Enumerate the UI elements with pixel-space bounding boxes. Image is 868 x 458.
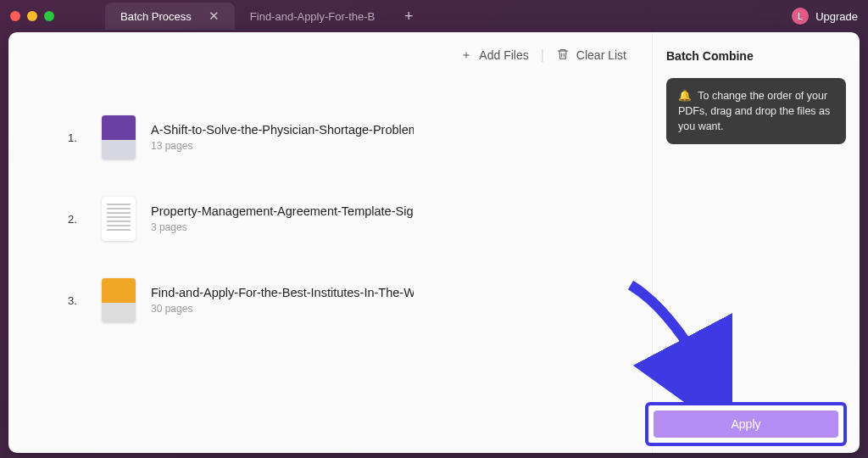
file-thumbnail <box>102 278 136 322</box>
file-name: A-Shift-to-Solve-the-Physician-Shortage-… <box>151 123 414 137</box>
add-files-label: Add Files <box>479 48 528 62</box>
clear-list-button[interactable]: Clear List <box>556 47 626 64</box>
plus-icon: ＋ <box>460 47 472 63</box>
file-meta: Property-Management-Agreement-Template-S… <box>151 204 626 233</box>
maximize-window-button[interactable] <box>44 11 54 21</box>
tab-label: Find-and-Apply-For-the-B <box>250 10 375 23</box>
file-row[interactable]: 1.A-Shift-to-Solve-the-Physician-Shortag… <box>68 115 626 159</box>
new-tab-button[interactable]: + <box>397 4 420 28</box>
annotation-arrow <box>622 276 732 407</box>
window-controls <box>10 11 54 21</box>
upgrade-button[interactable]: L Upgrade <box>792 8 858 25</box>
file-index: 3. <box>68 294 90 307</box>
file-row[interactable]: 3.Find-and-Apply-For-the-Best-Institutes… <box>68 278 626 322</box>
title-bar: Batch Process✕Find-and-Apply-For-the-B+ … <box>0 0 868 32</box>
file-list: 1.A-Shift-to-Solve-the-Physician-Shortag… <box>8 78 652 368</box>
file-index: 1. <box>68 131 90 144</box>
tip-text: To change the order of your PDFs, drag a… <box>678 90 830 132</box>
toolbar: ＋ Add Files | Clear List <box>8 32 652 78</box>
tab-1[interactable]: Find-and-Apply-For-the-B <box>235 3 390 30</box>
minimize-window-button[interactable] <box>27 11 37 21</box>
toolbar-separator: | <box>541 47 544 63</box>
tab-0[interactable]: Batch Process✕ <box>105 3 235 30</box>
file-name: Property-Management-Agreement-Template-S… <box>151 204 414 218</box>
file-index: 2. <box>68 213 90 226</box>
add-files-button[interactable]: ＋ Add Files <box>460 47 528 63</box>
tab-strip: Batch Process✕Find-and-Apply-For-the-B+ <box>105 3 792 30</box>
close-tab-icon[interactable]: ✕ <box>209 8 220 24</box>
apply-button[interactable]: Apply <box>654 411 838 438</box>
file-meta: Find-and-Apply-For-the-Best-Institutes-I… <box>151 286 626 315</box>
clear-list-label: Clear List <box>576 48 626 62</box>
tip-box: 🔔 To change the order of your PDFs, drag… <box>666 78 846 144</box>
file-pages: 3 pages <box>151 221 626 233</box>
bell-icon: 🔔 <box>678 90 692 102</box>
file-pages: 30 pages <box>151 303 626 315</box>
trash-icon <box>556 47 570 64</box>
side-panel-title: Batch Combine <box>666 49 846 63</box>
file-pages: 13 pages <box>151 140 626 152</box>
tab-label: Batch Process <box>120 10 192 23</box>
upgrade-label: Upgrade <box>815 10 858 23</box>
file-row[interactable]: 2.Property-Management-Agreement-Template… <box>68 197 626 241</box>
file-name: Find-and-Apply-For-the-Best-Institutes-I… <box>151 286 414 299</box>
file-meta: A-Shift-to-Solve-the-Physician-Shortage-… <box>151 123 626 152</box>
apply-highlight: Apply <box>645 402 847 446</box>
main-panel: ＋ Add Files | Clear List 1.A-Shift-to-So… <box>8 32 652 453</box>
avatar: L <box>792 8 809 25</box>
close-window-button[interactable] <box>10 11 20 21</box>
file-thumbnail <box>102 115 136 159</box>
file-thumbnail <box>102 197 136 241</box>
app-window: ＋ Add Files | Clear List 1.A-Shift-to-So… <box>8 32 860 453</box>
